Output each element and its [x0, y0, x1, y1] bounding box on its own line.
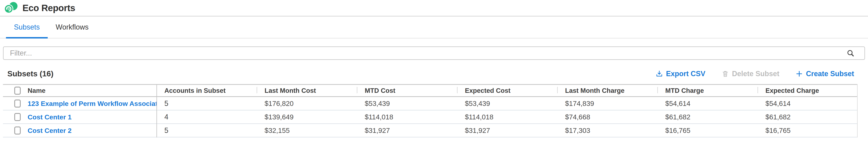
mtd-cost-cell: $53,439 — [357, 100, 457, 107]
export-csv-label: Export CSV — [666, 70, 705, 78]
delete-subset-button[interactable]: Delete Subset — [721, 70, 779, 78]
column-header-last-month-charge: Last Month Charge — [557, 87, 657, 95]
tab-subsets-label: Subsets — [14, 23, 40, 31]
table-row: 123 Example of Perm Workflow Association… — [3, 97, 857, 110]
mtd-cost-cell: $31,927 — [357, 127, 457, 135]
subset-name-cell: Cost Center 2 — [26, 127, 156, 135]
row-checkbox-cell — [3, 113, 26, 121]
row-checkbox[interactable] — [14, 100, 21, 107]
expected-charge-cell: $61,682 — [757, 113, 858, 121]
tab-workflows[interactable]: Workflows — [48, 16, 96, 38]
expected-charge-cell: $16,765 — [757, 127, 858, 135]
plus-icon — [795, 70, 803, 78]
mtd-charge-cell: $54,614 — [657, 100, 757, 107]
column-header-expected-cost: Expected Cost — [457, 87, 557, 95]
row-checkbox[interactable] — [14, 127, 21, 135]
column-header-name: Name — [26, 87, 156, 95]
table-row: Cost Center 2 5 $32,155 $31,927 $31,927 … — [3, 124, 857, 137]
filter-input[interactable] — [3, 46, 865, 60]
tab-workflows-label: Workflows — [56, 23, 88, 31]
table-header-row: Name Accounts in Subset Last Month Cost … — [3, 84, 857, 97]
subset-name-cell: Cost Center 1 — [26, 113, 156, 121]
download-icon — [655, 70, 663, 78]
header-checkbox-cell — [3, 87, 26, 95]
section-title: Subsets (16) — [7, 69, 54, 78]
column-header-mtd-charge: MTD Charge — [657, 87, 757, 95]
table-row: Cost Center 1 4 $139,649 $114,018 $114,0… — [3, 110, 857, 124]
row-checkbox-cell — [3, 100, 26, 107]
filter-row — [3, 46, 865, 60]
page-title: Eco Reports — [23, 3, 75, 13]
column-header-mtd-cost: MTD Cost — [357, 87, 457, 95]
expected-cost-cell: $53,439 — [457, 100, 557, 107]
last-month-cost-cell: $176,820 — [257, 100, 357, 107]
trash-icon — [721, 70, 729, 78]
expected-cost-cell: $114,018 — [457, 113, 557, 121]
mtd-charge-cell: $16,765 — [657, 127, 757, 135]
subset-name-link[interactable]: 123 Example of Perm Workflow Association — [28, 100, 156, 107]
create-subset-label: Create Subset — [806, 70, 854, 78]
row-checkbox[interactable] — [14, 113, 21, 121]
mtd-charge-cell: $61,682 — [657, 113, 757, 121]
subset-name-cell: 123 Example of Perm Workflow Association — [26, 100, 156, 107]
create-subset-button[interactable]: Create Subset — [795, 70, 854, 78]
subset-name-link[interactable]: Cost Center 2 — [28, 127, 71, 134]
toolbar: Subsets (16) Export CSV Delete Subset Cr… — [7, 69, 854, 78]
last-month-charge-cell: $174,839 — [557, 100, 657, 107]
app-header: Eco Reports — [0, 0, 868, 16]
tabs-bar: Subsets Workflows — [0, 16, 868, 38]
expected-charge-cell: $54,614 — [757, 100, 858, 107]
select-all-checkbox[interactable] — [14, 87, 21, 95]
last-month-cost-cell: $139,649 — [257, 113, 357, 121]
subsets-table: Name Accounts in Subset Last Month Cost … — [3, 84, 858, 137]
accounts-in-subset-cell: 5 — [156, 99, 257, 108]
mtd-cost-cell: $114,018 — [357, 113, 457, 121]
last-month-charge-cell: $74,668 — [557, 113, 657, 121]
column-header-expected-charge: Expected Charge — [757, 87, 858, 95]
search-icon[interactable] — [846, 49, 855, 57]
delete-subset-label: Delete Subset — [732, 70, 779, 78]
subset-name-link[interactable]: Cost Center 1 — [28, 113, 71, 121]
accounts-in-subset-cell: 4 — [156, 113, 257, 121]
toolbar-actions: Export CSV Delete Subset Create Subset — [655, 70, 854, 78]
column-header-accounts-in-subset: Accounts in Subset — [156, 87, 257, 95]
tab-subsets[interactable]: Subsets — [6, 16, 48, 38]
row-checkbox-cell — [3, 127, 26, 135]
accounts-in-subset-cell: 5 — [156, 126, 257, 135]
export-csv-button[interactable]: Export CSV — [655, 70, 705, 78]
eco-logo-icon — [3, 2, 20, 14]
last-month-charge-cell: $17,303 — [557, 127, 657, 135]
expected-cost-cell: $31,927 — [457, 127, 557, 135]
column-header-last-month-cost: Last Month Cost — [257, 87, 357, 95]
last-month-cost-cell: $32,155 — [257, 127, 357, 135]
